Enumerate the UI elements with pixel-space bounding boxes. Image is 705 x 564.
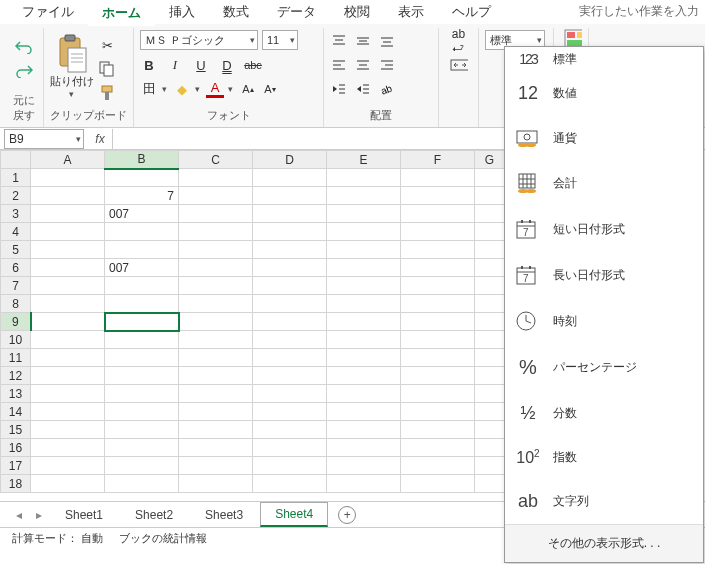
align-bottom-icon[interactable] (378, 32, 396, 50)
cell-D18[interactable] (253, 475, 327, 493)
cell-C10[interactable] (179, 331, 253, 349)
numfmt-scientific[interactable]: 102 指数 (505, 436, 703, 479)
numfmt-general[interactable]: 123 標準 (505, 47, 703, 71)
numfmt-longdate[interactable]: 7 長い日付形式 (505, 252, 703, 298)
row-header-15[interactable]: 15 (1, 421, 31, 439)
cell-G1[interactable] (475, 169, 505, 187)
cell-B8[interactable] (105, 295, 179, 313)
cell-G13[interactable] (475, 385, 505, 403)
paste-button[interactable]: 貼り付け ▾ (50, 30, 94, 99)
cell-E8[interactable] (327, 295, 401, 313)
cell-D5[interactable] (253, 241, 327, 259)
cell-F10[interactable] (401, 331, 475, 349)
cell-D17[interactable] (253, 457, 327, 475)
cell-B4[interactable] (105, 223, 179, 241)
row-header-6[interactable]: 6 (1, 259, 31, 277)
col-header-E[interactable]: E (327, 151, 401, 169)
col-header-B[interactable]: B (105, 151, 179, 169)
chevron-down-icon[interactable]: ▾ (195, 84, 202, 94)
cell-C8[interactable] (179, 295, 253, 313)
row-header-10[interactable]: 10 (1, 331, 31, 349)
cell-D1[interactable] (253, 169, 327, 187)
font-name-select[interactable]: ＭＳ Ｐゴシック▾ (140, 30, 258, 50)
cell-C3[interactable] (179, 205, 253, 223)
numfmt-more[interactable]: その他の表示形式. . . (505, 524, 703, 562)
name-box[interactable]: B9▾ (4, 129, 84, 149)
cell-C18[interactable] (179, 475, 253, 493)
align-center-icon[interactable] (354, 56, 372, 74)
cell-G9[interactable] (475, 313, 505, 331)
merge-button[interactable] (450, 56, 468, 74)
cell-D10[interactable] (253, 331, 327, 349)
cell-C4[interactable] (179, 223, 253, 241)
cell-B14[interactable] (105, 403, 179, 421)
sheet-tab-3[interactable]: Sheet3 (190, 503, 258, 527)
cell-D9[interactable] (253, 313, 327, 331)
numfmt-shortdate[interactable]: 7 短い日付形式 (505, 206, 703, 252)
cell-F9[interactable] (401, 313, 475, 331)
cell-F5[interactable] (401, 241, 475, 259)
cell-C11[interactable] (179, 349, 253, 367)
cell-D7[interactable] (253, 277, 327, 295)
cell-B1[interactable] (105, 169, 179, 187)
cell-A18[interactable] (31, 475, 105, 493)
cell-B12[interactable] (105, 367, 179, 385)
cell-A6[interactable] (31, 259, 105, 277)
cell-G4[interactable] (475, 223, 505, 241)
cell-E3[interactable] (327, 205, 401, 223)
tab-insert[interactable]: 挿入 (155, 0, 209, 25)
cell-D6[interactable] (253, 259, 327, 277)
cell-A3[interactable] (31, 205, 105, 223)
tab-file[interactable]: ファイル (8, 0, 88, 25)
cell-B9[interactable] (105, 313, 179, 331)
cell-A4[interactable] (31, 223, 105, 241)
cell-B18[interactable] (105, 475, 179, 493)
cell-D15[interactable] (253, 421, 327, 439)
cell-G8[interactable] (475, 295, 505, 313)
cell-D13[interactable] (253, 385, 327, 403)
cell-E10[interactable] (327, 331, 401, 349)
cell-F15[interactable] (401, 421, 475, 439)
tab-home[interactable]: ホーム (88, 0, 155, 26)
cut-icon[interactable]: ✂ (98, 36, 116, 54)
cell-E2[interactable] (327, 187, 401, 205)
cell-A8[interactable] (31, 295, 105, 313)
numfmt-number[interactable]: 12 数値 (505, 71, 703, 116)
borders-button[interactable]: 田 (140, 80, 158, 98)
cell-D14[interactable] (253, 403, 327, 421)
cell-F14[interactable] (401, 403, 475, 421)
cell-G11[interactable] (475, 349, 505, 367)
cell-A5[interactable] (31, 241, 105, 259)
cell-F16[interactable] (401, 439, 475, 457)
cell-B15[interactable] (105, 421, 179, 439)
cell-F12[interactable] (401, 367, 475, 385)
cell-F18[interactable] (401, 475, 475, 493)
cell-E1[interactable] (327, 169, 401, 187)
cell-A10[interactable] (31, 331, 105, 349)
cell-G17[interactable] (475, 457, 505, 475)
cell-C12[interactable] (179, 367, 253, 385)
col-header-C[interactable]: C (179, 151, 253, 169)
row-header-7[interactable]: 7 (1, 277, 31, 295)
cell-A17[interactable] (31, 457, 105, 475)
row-header-18[interactable]: 18 (1, 475, 31, 493)
cell-E18[interactable] (327, 475, 401, 493)
numfmt-time[interactable]: 時刻 (505, 298, 703, 344)
double-underline-button[interactable]: D (218, 56, 236, 74)
cell-G10[interactable] (475, 331, 505, 349)
sheet-nav-next[interactable]: ▸ (30, 508, 48, 522)
cell-D16[interactable] (253, 439, 327, 457)
cell-B2[interactable]: 7 (105, 187, 179, 205)
cell-E12[interactable] (327, 367, 401, 385)
cell-A2[interactable] (31, 187, 105, 205)
chevron-down-icon[interactable]: ▾ (162, 84, 169, 94)
numfmt-accounting[interactable]: 会計 (505, 160, 703, 206)
copy-icon[interactable] (98, 60, 116, 78)
cell-G16[interactable] (475, 439, 505, 457)
cell-F13[interactable] (401, 385, 475, 403)
tab-data[interactable]: データ (263, 0, 330, 25)
col-header-A[interactable]: A (31, 151, 105, 169)
cell-G6[interactable] (475, 259, 505, 277)
row-header-16[interactable]: 16 (1, 439, 31, 457)
row-header-9[interactable]: 9 (1, 313, 31, 331)
